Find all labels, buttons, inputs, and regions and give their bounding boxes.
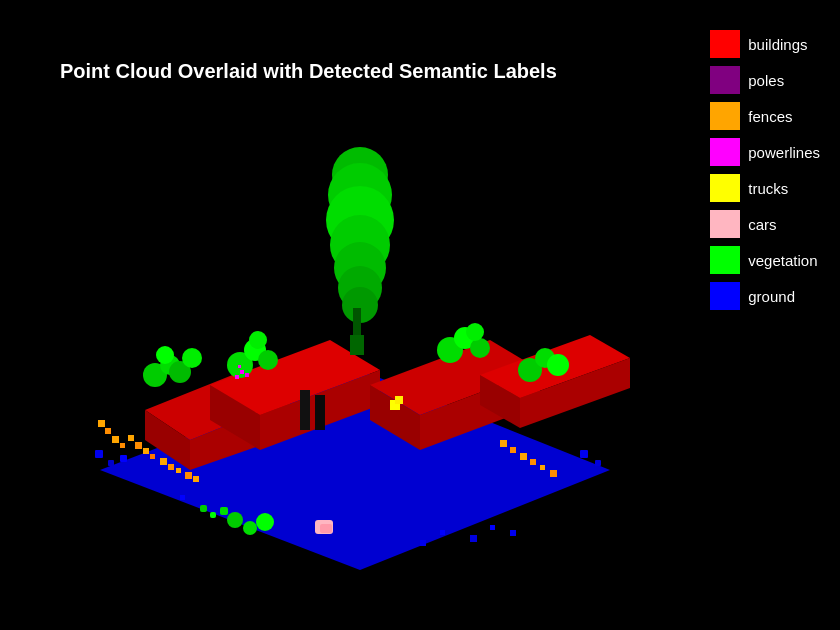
svg-rect-4 — [580, 450, 588, 458]
svg-rect-65 — [240, 370, 244, 374]
legend-label-poles: poles — [748, 72, 784, 89]
svg-rect-76 — [180, 495, 185, 500]
svg-rect-69 — [510, 447, 516, 453]
legend-color-vegetation — [710, 246, 740, 274]
svg-rect-79 — [470, 535, 477, 542]
legend-label-cars: cars — [748, 216, 776, 233]
svg-rect-74 — [300, 390, 310, 430]
svg-rect-70 — [520, 453, 527, 460]
svg-point-61 — [256, 513, 274, 531]
svg-rect-56 — [200, 505, 207, 512]
svg-rect-6 — [98, 420, 105, 427]
legend-label-trucks: trucks — [748, 180, 788, 197]
svg-rect-1 — [95, 450, 103, 458]
svg-point-59 — [227, 512, 243, 528]
svg-rect-15 — [168, 464, 174, 470]
svg-rect-78 — [440, 530, 445, 535]
main-container: Point Cloud Overlaid with Detected Seman… — [0, 0, 840, 630]
legend: buildingspolesfencespowerlinestruckscars… — [710, 30, 820, 310]
svg-rect-2 — [108, 460, 114, 466]
svg-rect-66 — [245, 373, 249, 377]
svg-rect-57 — [210, 512, 216, 518]
svg-rect-58 — [220, 507, 228, 515]
svg-rect-11 — [135, 442, 142, 449]
svg-point-33 — [156, 346, 174, 364]
svg-rect-63 — [320, 524, 332, 533]
legend-color-trucks — [710, 174, 740, 202]
svg-rect-64 — [235, 375, 239, 379]
legend-item-powerlines: powerlines — [710, 138, 820, 166]
legend-color-powerlines — [710, 138, 740, 166]
svg-rect-12 — [143, 448, 149, 454]
legend-item-poles: poles — [710, 66, 820, 94]
svg-rect-71 — [530, 459, 536, 465]
svg-rect-10 — [128, 435, 134, 441]
svg-rect-80 — [490, 525, 495, 530]
svg-point-38 — [258, 350, 278, 370]
svg-rect-72 — [540, 465, 545, 470]
svg-rect-14 — [160, 458, 167, 465]
legend-item-buildings: buildings — [710, 30, 820, 58]
svg-rect-13 — [150, 454, 155, 459]
svg-rect-75 — [315, 395, 325, 430]
svg-rect-5 — [595, 460, 601, 466]
svg-rect-8 — [112, 436, 119, 443]
svg-rect-77 — [420, 540, 426, 546]
point-cloud-visualization — [20, 80, 700, 600]
svg-rect-83 — [395, 396, 403, 404]
legend-item-cars: cars — [710, 210, 820, 238]
legend-label-powerlines: powerlines — [748, 144, 820, 161]
svg-point-55 — [547, 354, 569, 376]
legend-color-ground — [710, 282, 740, 310]
legend-item-ground: ground — [710, 282, 820, 310]
svg-rect-73 — [550, 470, 557, 477]
svg-rect-68 — [500, 440, 507, 447]
legend-item-vegetation: vegetation — [710, 246, 820, 274]
legend-item-fences: fences — [710, 102, 820, 130]
point-cloud-svg — [20, 80, 680, 590]
svg-point-35 — [182, 348, 202, 368]
svg-rect-17 — [185, 472, 192, 479]
legend-item-trucks: trucks — [710, 174, 820, 202]
svg-rect-3 — [120, 455, 127, 462]
legend-color-poles — [710, 66, 740, 94]
legend-color-buildings — [710, 30, 740, 58]
legend-label-vegetation: vegetation — [748, 252, 817, 269]
svg-rect-48 — [350, 335, 364, 355]
legend-color-fences — [710, 102, 740, 130]
svg-rect-18 — [193, 476, 199, 482]
svg-rect-81 — [510, 530, 516, 536]
svg-rect-16 — [176, 468, 181, 473]
legend-label-buildings: buildings — [748, 36, 807, 53]
svg-point-51 — [470, 338, 490, 358]
svg-rect-67 — [238, 365, 241, 368]
svg-rect-9 — [120, 443, 125, 448]
svg-point-52 — [466, 323, 484, 341]
svg-point-60 — [243, 521, 257, 535]
svg-rect-47 — [353, 308, 361, 338]
legend-color-cars — [710, 210, 740, 238]
legend-label-ground: ground — [748, 288, 795, 305]
svg-rect-7 — [105, 428, 111, 434]
svg-point-39 — [249, 331, 267, 349]
legend-label-fences: fences — [748, 108, 792, 125]
